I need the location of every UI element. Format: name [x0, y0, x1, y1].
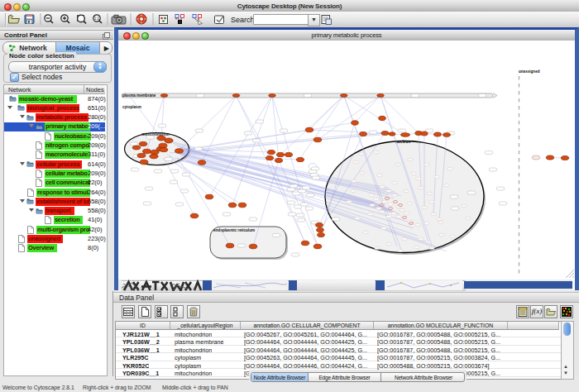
svg-text:nucleus: nucleus: [395, 140, 410, 144]
svg-text:1:1: 1:1: [94, 17, 100, 21]
svg-text:endoplasmic reticulum: endoplasmic reticulum: [213, 228, 255, 232]
svg-text:unassigned: unassigned: [519, 69, 540, 74]
svg-text:mitochondrion: mitochondrion: [141, 132, 170, 136]
svg-text:plasma membrane: plasma membrane: [122, 93, 156, 98]
